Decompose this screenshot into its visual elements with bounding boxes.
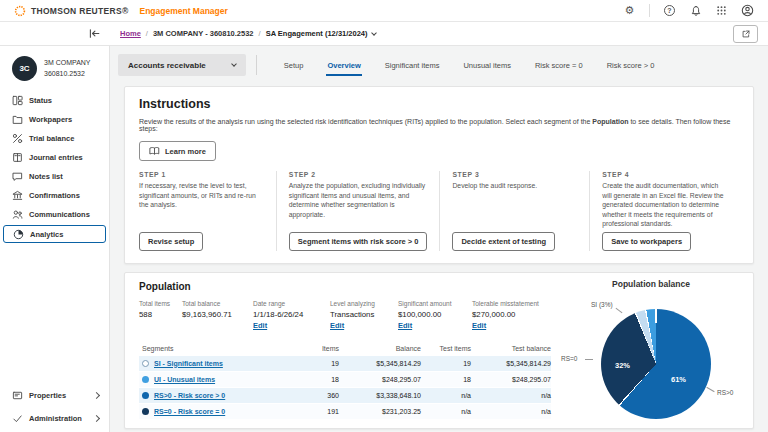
chevron-right-icon bbox=[93, 392, 100, 399]
tab-setup[interactable]: Setup bbox=[283, 57, 305, 76]
chevron-down-icon bbox=[231, 61, 237, 67]
sidebar-nav: Status Workpapers Trial balance bbox=[0, 89, 109, 246]
folder-icon bbox=[12, 114, 23, 125]
chevron-down-icon bbox=[371, 30, 377, 36]
step-title: STEP 3 bbox=[452, 171, 577, 178]
settings-gear-icon[interactable]: ⚙ bbox=[623, 4, 636, 17]
breadcrumb-separator: / bbox=[146, 29, 148, 38]
step-2: STEP 2 Analyze the population, excluding… bbox=[276, 171, 440, 251]
population-balance-chart: Population balance 61% 32% SI (3%) RS=0 … bbox=[553, 279, 749, 427]
pie-callout-rs-gt-0: RS>0 bbox=[717, 389, 733, 396]
edit-level-link[interactable]: Edit bbox=[330, 320, 398, 331]
sidebar-item-administration[interactable]: Administration bbox=[0, 407, 109, 430]
step-4: STEP 4 Create the audit documentation, w… bbox=[589, 171, 739, 251]
tab-significant-items[interactable]: Significant items bbox=[384, 57, 441, 76]
step-title: STEP 4 bbox=[602, 171, 727, 178]
breadcrumb-client[interactable]: 3M COMPANY - 360810.2532 bbox=[153, 29, 254, 38]
stat-date-range: Date range 1/1/18-6/26/24 Edit bbox=[253, 299, 330, 332]
journal-book-icon bbox=[12, 152, 23, 163]
segment-link-ui[interactable]: UI - Unusual items bbox=[154, 376, 215, 383]
sidebar-item-label: Administration bbox=[29, 414, 82, 423]
population-card: Population Total items 588 Total balance… bbox=[124, 272, 754, 429]
breadcrumb-home-link[interactable]: Home bbox=[120, 29, 141, 38]
instructions-title: Instructions bbox=[139, 97, 739, 111]
help-icon[interactable]: ? bbox=[663, 4, 676, 17]
edit-date-range-link[interactable]: Edit bbox=[253, 320, 330, 331]
account-person-icon[interactable] bbox=[741, 4, 754, 17]
sidebar-item-communications[interactable]: Communications bbox=[0, 205, 109, 224]
tab-risk-score-gt-0[interactable]: Risk score > 0 bbox=[606, 57, 656, 76]
client-number: 360810.2532 bbox=[44, 69, 91, 80]
pie-label-61: 61% bbox=[671, 375, 686, 384]
tab-overview[interactable]: Overview bbox=[326, 57, 361, 76]
segment-link-si[interactable]: SI - Significant items bbox=[154, 360, 223, 367]
decide-extent-button[interactable]: Decide extent of testing bbox=[452, 232, 555, 251]
step-title: STEP 1 bbox=[139, 171, 264, 178]
sidebar: 3C 3M COMPANY 360810.2532 Status Workpap… bbox=[0, 46, 110, 432]
segment-items-button[interactable]: Segment items with risk score > 0 bbox=[289, 232, 428, 251]
people-icon bbox=[12, 209, 23, 220]
stat-total-balance: Total balance $9,163,960.71 bbox=[182, 299, 253, 332]
checkmark-icon bbox=[12, 413, 23, 424]
segments-table: Segments Items Balance Test items Test b… bbox=[139, 345, 551, 419]
sidebar-item-label: Status bbox=[29, 96, 52, 105]
segment-link-rs-eq-0[interactable]: RS=0 - Risk score = 0 bbox=[154, 408, 225, 415]
sidebar-item-notes-list[interactable]: Notes list bbox=[0, 167, 109, 186]
top-app-bar: THOMSON REUTERS® Engagement Manager ⚙ ? bbox=[0, 0, 768, 22]
segments-table-header: Segments Items Balance Test items Test b… bbox=[139, 345, 551, 352]
tab-risk-score-eq-0[interactable]: Risk score = 0 bbox=[534, 57, 584, 76]
topbar-divider bbox=[649, 4, 650, 17]
step-3: STEP 3 Develop the audit response. Decid… bbox=[439, 171, 589, 251]
stat-total-items: Total items 588 bbox=[139, 299, 182, 332]
account-area-dropdown[interactable]: Accounts receivable bbox=[118, 54, 246, 76]
sidebar-item-status[interactable]: Status bbox=[0, 91, 109, 110]
revise-setup-button[interactable]: Revise setup bbox=[139, 232, 203, 251]
instructions-body: Review the results of the analysis run u… bbox=[139, 118, 739, 132]
notifications-bell-icon[interactable] bbox=[689, 4, 702, 17]
status-icon bbox=[12, 95, 23, 106]
segment-dot-ui bbox=[142, 376, 149, 383]
sidebar-item-label: Properties bbox=[29, 391, 66, 400]
sidebar-item-label: Analytics bbox=[30, 230, 63, 239]
step-text: Analyze the population, excluding indivi… bbox=[289, 181, 428, 219]
step-1: STEP 1 If necessary, revise the level to… bbox=[139, 171, 276, 251]
sidebar-item-workpapers[interactable]: Workpapers bbox=[0, 110, 109, 129]
collapse-panel-icon[interactable] bbox=[88, 27, 102, 41]
tab-unusual-items[interactable]: Unusual items bbox=[462, 57, 512, 76]
learn-more-button[interactable]: Learn more bbox=[139, 141, 216, 161]
save-to-workpapers-button[interactable]: Save to workpapers bbox=[602, 232, 691, 251]
sidebar-item-label: Workpapers bbox=[29, 115, 72, 124]
segment-dot-rs-eq-0 bbox=[142, 408, 149, 415]
segment-link-rs-gt-0[interactable]: RS>0 - Risk score > 0 bbox=[154, 392, 225, 399]
learn-more-book-icon bbox=[149, 146, 160, 156]
table-row-risk-gt-0: RS>0 - Risk score > 0 360 $3,338,648.10 … bbox=[139, 388, 551, 403]
segment-dot-rs-gt-0 bbox=[142, 392, 149, 399]
pie-callout-rs0: RS=0 bbox=[561, 355, 577, 362]
label-leader-line bbox=[585, 359, 593, 360]
open-in-new-window-button[interactable] bbox=[733, 25, 758, 43]
breadcrumb-engagement-dropdown[interactable]: SA Engagement (12/31/2024) bbox=[266, 29, 376, 38]
chart-title: Population balance bbox=[553, 279, 749, 289]
stat-significant-amount: Significant amount $100,000.00 Edit bbox=[398, 299, 472, 332]
sidebar-item-confirmations[interactable]: Confirmations bbox=[0, 186, 109, 205]
stat-level-analyzing: Level analyzing Transactions Edit bbox=[330, 299, 398, 332]
sidebar-item-label: Communications bbox=[29, 210, 90, 219]
app-launcher-waffle-icon[interactable] bbox=[715, 4, 728, 17]
app-name: Engagement Manager bbox=[139, 6, 227, 16]
table-row-risk-eq-0: RS=0 - Risk score = 0 191 $231,203.25 n/… bbox=[139, 404, 551, 419]
sidebar-item-analytics[interactable]: Analytics bbox=[3, 225, 106, 243]
main-content: Accounts receivable Setup Overview Signi… bbox=[110, 46, 768, 432]
brand-name: THOMSON REUTERS® bbox=[31, 6, 128, 16]
pie-callout-si: SI (3%) bbox=[591, 301, 613, 308]
step-text: Create the audit documentation, which wi… bbox=[602, 181, 727, 229]
pie-label-32: 32% bbox=[615, 361, 630, 370]
sidebar-item-trial-balance[interactable]: Trial balance bbox=[0, 129, 109, 148]
chevron-right-icon bbox=[93, 415, 100, 422]
sidebar-item-journal-entries[interactable]: Journal entries bbox=[0, 148, 109, 167]
breadcrumb-separator: / bbox=[259, 29, 261, 38]
edit-significant-amount-link[interactable]: Edit bbox=[398, 320, 472, 331]
tab-bar: Accounts receivable Setup Overview Signi… bbox=[118, 52, 768, 76]
sidebar-item-properties[interactable]: Properties bbox=[0, 384, 109, 407]
segment-dot-si bbox=[142, 360, 149, 367]
trial-balance-icon bbox=[12, 133, 23, 144]
